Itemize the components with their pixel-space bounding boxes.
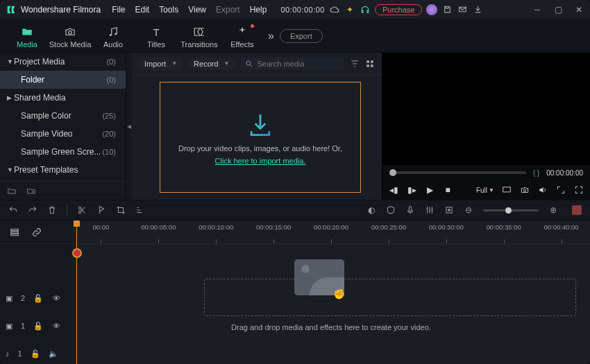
maximize-button[interactable]: ▢ — [553, 4, 564, 15]
close-button[interactable]: ✕ — [573, 4, 584, 15]
zoom-out-button[interactable]: ⊖ — [464, 205, 473, 215]
lock-icon[interactable]: 🔓 — [31, 349, 40, 358]
sidebar-item-preset-templates[interactable]: ▼Preset Templates — [0, 161, 126, 179]
menu-file[interactable]: File — [112, 5, 125, 15]
dropzone-box[interactable]: Drop your video clips, images, or audio … — [160, 82, 361, 193]
track-head-video-1[interactable]: ▣1 🔓 👁 — [0, 309, 72, 343]
tracks-icon[interactable] — [10, 227, 19, 237]
import-dropdown[interactable]: Import▼ — [139, 58, 183, 70]
new-folder-plus-icon[interactable] — [26, 186, 36, 196]
video-track-icon: ▣ — [6, 294, 12, 303]
save-icon[interactable] — [441, 4, 453, 15]
seek-thumb[interactable] — [389, 169, 396, 176]
tab-transitions[interactable]: Transitions — [178, 23, 221, 49]
expand-icon[interactable] — [555, 184, 566, 196]
import-media-link[interactable]: Click here to import media. — [215, 157, 306, 165]
more-tabs-icon[interactable]: » — [268, 30, 274, 42]
transitions-icon — [193, 26, 205, 38]
delete-button[interactable] — [47, 205, 57, 215]
lock-icon[interactable]: 🔓 — [33, 293, 43, 303]
purchase-button[interactable]: Purchase — [375, 4, 422, 15]
filter-icon[interactable] — [350, 59, 360, 69]
track-drop-area[interactable] — [204, 279, 576, 316]
cloud-icon[interactable] — [329, 4, 340, 15]
mute-icon[interactable]: 🔈 — [49, 349, 58, 358]
track-head-video-2[interactable]: ▣2 🔓 👁 — [0, 288, 72, 309]
svg-point-3 — [115, 33, 117, 35]
item-count: (25) — [102, 112, 119, 120]
stop-button[interactable]: ■ — [442, 184, 453, 196]
menu-view[interactable]: View — [188, 5, 206, 15]
redo-button[interactable] — [28, 205, 37, 215]
fullscreen-icon[interactable] — [573, 184, 584, 196]
tab-stock-media[interactable]: Stock Media — [49, 23, 92, 49]
tab-titles[interactable]: T Titles — [135, 23, 178, 49]
zoom-thumb[interactable] — [505, 207, 512, 214]
timeline-body[interactable]: 00:00 00:00:05:00 00:00:10:00 00:00:15:0… — [72, 220, 590, 364]
mixer-button[interactable] — [425, 205, 435, 215]
display-icon[interactable] — [501, 184, 512, 196]
link-icon[interactable] — [32, 227, 42, 237]
grid-view-icon[interactable] — [365, 59, 375, 69]
media-panel: Import▼ Record▼ Drop your video clips, i… — [132, 53, 382, 200]
minimize-button[interactable]: ─ — [532, 4, 543, 15]
mail-icon[interactable] — [457, 4, 468, 15]
lock-icon[interactable]: 🔓 — [33, 321, 43, 331]
zoom-slider[interactable] — [483, 209, 539, 211]
tips-icon[interactable]: ✦ — [344, 4, 355, 15]
tab-media[interactable]: Media — [6, 23, 49, 49]
svg-rect-16 — [11, 231, 19, 232]
render-button[interactable] — [572, 205, 582, 215]
sidebar-item-label: Sample Color — [21, 111, 71, 121]
play-button[interactable]: ▶ — [424, 184, 435, 196]
zoom-in-button[interactable]: ⊕ — [548, 205, 558, 215]
account-icon[interactable] — [426, 4, 437, 15]
sidebar-item-label: Project Media — [14, 57, 65, 67]
crop-button[interactable] — [116, 205, 126, 215]
color-button[interactable]: ◐ — [366, 205, 376, 215]
visibility-icon[interactable]: 👁 — [51, 293, 61, 303]
tab-audio[interactable]: Audio — [92, 23, 135, 49]
shield-button[interactable] — [386, 205, 396, 215]
quality-dropdown[interactable]: Full ▼ — [476, 187, 494, 194]
tab-effects[interactable]: Effects — [221, 23, 264, 49]
marker-button[interactable] — [96, 205, 106, 215]
split-button[interactable] — [77, 205, 87, 215]
media-dropzone[interactable]: Drop your video clips, images, or audio … — [132, 75, 382, 200]
menu-export[interactable]: Export — [216, 5, 240, 15]
new-folder-icon[interactable] — [7, 186, 17, 196]
menu-tools[interactable]: Tools — [159, 5, 178, 15]
step-back-button[interactable]: ▮▸ — [406, 184, 417, 196]
prev-frame-button[interactable]: ◂▮ — [388, 184, 399, 196]
sidebar-item-folder[interactable]: Folder(0) — [0, 71, 126, 89]
timeline-hint-text: Drag and drop media and effects here to … — [72, 323, 590, 331]
sidebar-item-project-media[interactable]: ▼Project Media(0) — [0, 53, 126, 71]
menu-help[interactable]: Help — [250, 5, 267, 15]
mic-button[interactable] — [405, 205, 415, 215]
marker-icon[interactable] — [72, 248, 82, 258]
track-head-audio-1[interactable]: ♪1 🔓 🔈 — [0, 343, 72, 364]
speed-button[interactable] — [135, 205, 145, 215]
playhead[interactable] — [76, 220, 77, 364]
keyframe-button[interactable] — [444, 205, 454, 215]
sidebar-item-shared-media[interactable]: ▶Shared Media — [0, 89, 126, 107]
visibility-icon[interactable]: 👁 — [51, 321, 61, 331]
panel-splitter[interactable]: ◂ — [126, 53, 132, 200]
record-dropdown[interactable]: Record▼ — [188, 58, 235, 70]
search-box[interactable] — [241, 58, 345, 70]
time-ruler[interactable]: 00:00 00:00:05:00 00:00:10:00 00:00:15:0… — [72, 220, 590, 244]
sidebar-item-sample-green[interactable]: Sample Green Scre...(10) — [0, 143, 126, 161]
sidebar-item-sample-color[interactable]: Sample Color(25) — [0, 107, 126, 125]
download-icon[interactable] — [472, 4, 483, 15]
seek-slider[interactable] — [389, 171, 526, 174]
headphones-icon[interactable] — [360, 4, 371, 15]
tick-label: 00:00 — [93, 223, 110, 231]
menu-edit[interactable]: Edit — [135, 5, 150, 15]
search-input[interactable] — [258, 60, 341, 68]
snapshot-icon[interactable] — [519, 184, 530, 196]
app-window: Wondershare Filmora File Edit Tools View… — [0, 0, 590, 364]
sidebar-item-sample-video[interactable]: Sample Video(20) — [0, 125, 126, 143]
volume-icon[interactable] — [537, 184, 548, 196]
undo-button[interactable] — [8, 205, 18, 215]
export-button[interactable]: Export — [280, 29, 323, 43]
